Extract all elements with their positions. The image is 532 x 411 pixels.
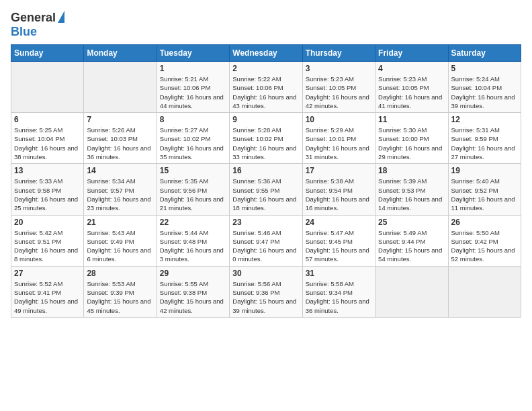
day-number: 9 [232,115,299,124]
logo: General Blue [11,11,64,39]
day-info: Sunrise: 5:28 AMSunset: 10:02 PMDaylight… [232,126,296,161]
calendar-cell: 16Sunrise: 5:36 AMSunset: 9:55 PMDayligh… [230,164,302,215]
day-info: Sunrise: 5:55 AMSunset: 9:38 PMDaylight:… [160,280,224,314]
calendar-cell: 11Sunrise: 5:30 AMSunset: 10:00 PMDaylig… [375,113,448,164]
weekday-header-row: SundayMondayTuesdayWednesdayThursdayFrid… [11,45,521,62]
day-number: 14 [87,166,153,175]
calendar-cell: 26Sunrise: 5:50 AMSunset: 9:42 PMDayligh… [448,215,521,266]
logo-general-text: General [11,11,56,25]
calendar-cell: 29Sunrise: 5:55 AMSunset: 9:38 PMDayligh… [157,266,229,317]
calendar-cell: 25Sunrise: 5:49 AMSunset: 9:44 PMDayligh… [375,215,448,266]
calendar-cell: 24Sunrise: 5:47 AMSunset: 9:45 PMDayligh… [302,215,375,266]
calendar-cell: 28Sunrise: 5:53 AMSunset: 9:39 PMDayligh… [84,266,157,317]
day-number: 11 [378,115,445,124]
day-number: 21 [87,218,153,227]
day-number: 15 [160,166,226,175]
day-info: Sunrise: 5:39 AMSunset: 9:53 PMDaylight:… [378,177,442,212]
day-info: Sunrise: 5:24 AMSunset: 10:04 PMDaylight… [451,75,515,109]
calendar-cell: 1Sunrise: 5:21 AMSunset: 10:06 PMDayligh… [157,62,229,113]
day-info: Sunrise: 5:46 AMSunset: 9:47 PMDaylight:… [232,229,296,263]
weekday-header: Sunday [11,45,84,62]
day-info: Sunrise: 5:22 AMSunset: 10:06 PMDaylight… [232,75,296,109]
day-info: Sunrise: 5:34 AMSunset: 9:57 PMDaylight:… [87,177,150,212]
day-info: Sunrise: 5:27 AMSunset: 10:02 PMDaylight… [160,126,224,161]
calendar-cell: 3Sunrise: 5:23 AMSunset: 10:05 PMDayligh… [302,62,375,113]
calendar-cell: 10Sunrise: 5:29 AMSunset: 10:01 PMDaylig… [302,113,375,164]
day-info: Sunrise: 5:25 AMSunset: 10:04 PMDaylight… [14,126,78,161]
day-number: 29 [160,269,226,278]
day-info: Sunrise: 5:49 AMSunset: 9:44 PMDaylight:… [378,229,442,263]
calendar-cell: 15Sunrise: 5:35 AMSunset: 9:56 PMDayligh… [157,164,229,215]
day-number: 28 [87,269,153,278]
calendar-cell: 19Sunrise: 5:40 AMSunset: 9:52 PMDayligh… [448,164,521,215]
day-info: Sunrise: 5:53 AMSunset: 9:39 PMDaylight:… [87,280,150,314]
weekday-header: Saturday [448,45,521,62]
day-info: Sunrise: 5:47 AMSunset: 9:45 PMDaylight:… [306,229,369,263]
day-number: 8 [160,115,226,124]
page-header: General Blue [11,11,521,39]
day-number: 30 [232,269,299,278]
calendar-cell: 17Sunrise: 5:38 AMSunset: 9:54 PMDayligh… [302,164,375,215]
calendar-cell [448,266,521,317]
calendar-cell: 20Sunrise: 5:42 AMSunset: 9:51 PMDayligh… [11,215,84,266]
day-number: 31 [306,269,372,278]
calendar-cell: 23Sunrise: 5:46 AMSunset: 9:47 PMDayligh… [230,215,302,266]
calendar-cell [84,62,157,113]
day-info: Sunrise: 5:43 AMSunset: 9:49 PMDaylight:… [87,229,150,263]
logo-blue-text: Blue [11,25,37,39]
day-number: 17 [306,166,372,175]
day-number: 10 [306,115,372,124]
calendar-cell: 22Sunrise: 5:44 AMSunset: 9:48 PMDayligh… [157,215,229,266]
calendar-week-row: 6Sunrise: 5:25 AMSunset: 10:04 PMDayligh… [11,113,521,164]
day-info: Sunrise: 5:38 AMSunset: 9:54 PMDaylight:… [306,177,369,212]
day-number: 5 [451,64,518,73]
weekday-header: Wednesday [230,45,302,62]
day-info: Sunrise: 5:58 AMSunset: 9:34 PMDaylight:… [306,280,369,314]
day-info: Sunrise: 5:40 AMSunset: 9:52 PMDaylight:… [451,177,515,212]
day-info: Sunrise: 5:30 AMSunset: 10:00 PMDaylight… [378,126,442,161]
weekday-header: Friday [375,45,448,62]
day-number: 2 [232,64,299,73]
day-number: 20 [14,218,81,227]
calendar-cell: 18Sunrise: 5:39 AMSunset: 9:53 PMDayligh… [375,164,448,215]
calendar-week-row: 13Sunrise: 5:33 AMSunset: 9:58 PMDayligh… [11,164,521,215]
calendar-table: SundayMondayTuesdayWednesdayThursdayFrid… [11,44,521,318]
day-info: Sunrise: 5:50 AMSunset: 9:42 PMDaylight:… [451,229,515,263]
weekday-header: Thursday [302,45,375,62]
day-number: 13 [14,166,81,175]
day-info: Sunrise: 5:31 AMSunset: 9:59 PMDaylight:… [451,126,515,161]
day-number: 4 [378,64,445,73]
day-number: 25 [378,218,445,227]
calendar-cell: 31Sunrise: 5:58 AMSunset: 9:34 PMDayligh… [302,266,375,317]
day-number: 3 [306,64,372,73]
logo-icon [58,11,64,23]
calendar-cell: 4Sunrise: 5:23 AMSunset: 10:05 PMDayligh… [375,62,448,113]
day-number: 27 [14,269,81,278]
calendar-week-row: 27Sunrise: 5:52 AMSunset: 9:41 PMDayligh… [11,266,521,317]
calendar-cell: 13Sunrise: 5:33 AMSunset: 9:58 PMDayligh… [11,164,84,215]
day-number: 12 [451,115,518,124]
day-info: Sunrise: 5:56 AMSunset: 9:36 PMDaylight:… [232,280,296,314]
day-info: Sunrise: 5:21 AMSunset: 10:06 PMDaylight… [160,75,224,109]
day-info: Sunrise: 5:23 AMSunset: 10:05 PMDaylight… [306,75,369,109]
calendar-week-row: 1Sunrise: 5:21 AMSunset: 10:06 PMDayligh… [11,62,521,113]
calendar-cell: 2Sunrise: 5:22 AMSunset: 10:06 PMDayligh… [230,62,302,113]
day-number: 18 [378,166,445,175]
day-info: Sunrise: 5:26 AMSunset: 10:03 PMDaylight… [87,126,150,161]
day-number: 1 [160,64,226,73]
calendar-cell: 27Sunrise: 5:52 AMSunset: 9:41 PMDayligh… [11,266,84,317]
day-number: 16 [232,166,299,175]
day-info: Sunrise: 5:23 AMSunset: 10:05 PMDaylight… [378,75,442,109]
calendar-cell: 12Sunrise: 5:31 AMSunset: 9:59 PMDayligh… [448,113,521,164]
calendar-cell: 6Sunrise: 5:25 AMSunset: 10:04 PMDayligh… [11,113,84,164]
calendar-cell: 14Sunrise: 5:34 AMSunset: 9:57 PMDayligh… [84,164,157,215]
calendar-week-row: 20Sunrise: 5:42 AMSunset: 9:51 PMDayligh… [11,215,521,266]
calendar-cell: 7Sunrise: 5:26 AMSunset: 10:03 PMDayligh… [84,113,157,164]
calendar-cell: 8Sunrise: 5:27 AMSunset: 10:02 PMDayligh… [157,113,229,164]
calendar-cell: 9Sunrise: 5:28 AMSunset: 10:02 PMDayligh… [230,113,302,164]
day-number: 7 [87,115,153,124]
day-info: Sunrise: 5:52 AMSunset: 9:41 PMDaylight:… [14,280,78,314]
calendar-cell: 21Sunrise: 5:43 AMSunset: 9:49 PMDayligh… [84,215,157,266]
day-number: 6 [14,115,81,124]
weekday-header: Monday [84,45,157,62]
